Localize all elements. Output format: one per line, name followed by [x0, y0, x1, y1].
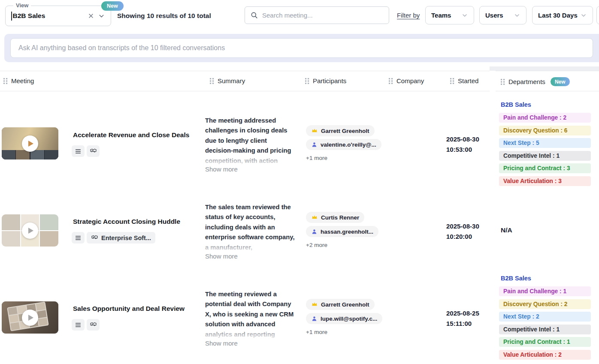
- text-caret: [11, 12, 12, 21]
- department-tag[interactable]: Competitive Intel : 1: [499, 325, 591, 334]
- ask-ai-bar: [4, 34, 599, 62]
- header-bottom-border: [0, 91, 490, 91]
- view-selector-value: B2B Sales: [13, 12, 86, 20]
- clear-view-icon[interactable]: [86, 11, 96, 21]
- participant-name: Garrett Greenholt: [321, 301, 369, 308]
- show-more-link[interactable]: Show more: [205, 340, 238, 347]
- search-input[interactable]: [262, 12, 384, 19]
- notes-button[interactable]: [72, 319, 85, 331]
- teams-dropdown-label: Teams: [431, 12, 451, 19]
- play-icon: [22, 310, 38, 326]
- drag-handle-icon[interactable]: [210, 78, 214, 84]
- show-more-link[interactable]: Show more: [205, 253, 238, 260]
- participant-name: Curtis Renner: [321, 214, 359, 221]
- started-datetime: 2025-08-30 10:20:00: [446, 221, 479, 242]
- view-chevron-down-icon[interactable]: [96, 11, 106, 21]
- meeting-thumbnail[interactable]: [2, 127, 58, 159]
- participant-chip[interactable]: Garrett Greenholt: [306, 125, 375, 136]
- crown-icon: [311, 214, 318, 221]
- view-selector-label: View: [13, 2, 31, 9]
- meeting-title[interactable]: Sales Opportunity and Deal Review: [73, 305, 185, 313]
- date-range-dropdown-label: Last 30 Days: [538, 12, 578, 19]
- hamburger-icon: [75, 322, 82, 328]
- chevron-down-icon: [461, 12, 468, 19]
- department-tag[interactable]: Value Articulation : 2: [499, 350, 591, 360]
- search-icon: [250, 11, 258, 19]
- started-date: 2025-08-30: [446, 221, 479, 232]
- department-group-link[interactable]: B2B Sales: [501, 275, 531, 282]
- person-icon: [311, 316, 318, 322]
- departments-header-bottom-border: [496, 91, 599, 91]
- more-participants-link[interactable]: +1 more: [306, 155, 327, 161]
- show-more-link[interactable]: Show more: [205, 165, 238, 173]
- notes-button[interactable]: [72, 145, 85, 157]
- teams-dropdown[interactable]: Teams: [425, 6, 474, 24]
- department-tag[interactable]: Value Articulation : 3: [499, 176, 591, 186]
- departments-new-badge: New: [551, 77, 570, 86]
- department-tag[interactable]: Discovery Question : 2: [499, 299, 591, 309]
- deal-button[interactable]: [87, 145, 100, 157]
- department-tag[interactable]: Pricing and Contract : 3: [499, 163, 591, 173]
- departments-empty-value: N/A: [501, 226, 512, 234]
- column-header-label: Summary: [218, 77, 245, 84]
- department-tag[interactable]: Pain and Challenge : 2: [499, 113, 591, 123]
- meeting-title[interactable]: Strategic Account Closing Huddle: [73, 218, 180, 226]
- participant-chip[interactable]: Garrett Greenholt: [306, 299, 375, 310]
- department-tag[interactable]: Next Step : 2: [499, 312, 591, 322]
- users-dropdown-label: Users: [485, 12, 503, 19]
- person-icon: [311, 229, 318, 235]
- ask-ai-input[interactable]: [10, 38, 593, 58]
- date-range-dropdown[interactable]: Last 30 Days: [532, 6, 593, 24]
- column-header-started[interactable]: Started: [450, 77, 478, 84]
- drag-handle-icon[interactable]: [450, 78, 454, 84]
- more-participants-link[interactable]: +2 more: [306, 242, 327, 248]
- more-participants-link[interactable]: +1 more: [306, 329, 327, 335]
- department-group-link[interactable]: B2B Sales: [501, 101, 531, 108]
- column-header-meeting[interactable]: Meeting: [3, 77, 34, 84]
- started-time: 15:11:00: [446, 319, 479, 329]
- column-header-participants[interactable]: Participants: [305, 77, 346, 84]
- company-chip[interactable]: Enterprise Soft...: [87, 232, 155, 244]
- started-time: 10:53:00: [446, 144, 479, 155]
- column-header-label: Started: [458, 77, 478, 84]
- crown-icon: [311, 127, 318, 134]
- department-tag[interactable]: Discovery Question : 6: [499, 126, 591, 135]
- users-dropdown[interactable]: Users: [479, 6, 526, 24]
- column-header-summary[interactable]: Summary: [210, 77, 245, 84]
- department-tag[interactable]: Pricing and Contract : 1: [499, 337, 591, 347]
- view-selector[interactable]: View B2B Sales: [5, 6, 111, 26]
- column-header-label: Departments: [508, 78, 545, 85]
- drag-handle-icon[interactable]: [3, 78, 8, 84]
- participant-name: Garrett Greenholt: [321, 128, 369, 134]
- meeting-title[interactable]: Accelerate Revenue and Close Deals: [73, 131, 189, 139]
- started-datetime: 2025-08-25 15:11:00: [446, 308, 479, 329]
- participant-chip[interactable]: valentine.o'reilly@...: [306, 139, 381, 150]
- view-new-badge: New: [101, 1, 124, 11]
- department-tag[interactable]: Next Step : 5: [499, 138, 591, 148]
- crown-icon: [311, 301, 318, 308]
- deal-button[interactable]: [87, 319, 100, 331]
- panel-gap: [490, 66, 599, 71]
- department-tags: Pain and Challenge : 2 Discovery Questio…: [499, 113, 591, 189]
- participant-chip[interactable]: Curtis Renner: [306, 212, 364, 223]
- meeting-thumbnail[interactable]: [2, 301, 58, 334]
- meeting-search[interactable]: [245, 6, 389, 24]
- notes-button[interactable]: [72, 232, 85, 244]
- participant-name: hassan.greenholt...: [321, 229, 373, 235]
- department-tag[interactable]: Competitive Intel : 1: [499, 151, 591, 161]
- drag-handle-icon[interactable]: [305, 78, 309, 84]
- meeting-thumbnail[interactable]: [2, 214, 58, 247]
- column-header-company[interactable]: Company: [389, 77, 424, 84]
- company-chip-label: Enterprise Soft...: [101, 235, 151, 241]
- participant-chip[interactable]: lupe.will@spotify.c...: [306, 313, 382, 324]
- clipped-dropdown-button[interactable]: [596, 6, 599, 24]
- department-tag[interactable]: Pain and Challenge : 1: [499, 286, 591, 296]
- started-date: 2025-08-30: [446, 134, 479, 144]
- play-icon: [22, 135, 38, 152]
- drag-handle-icon[interactable]: [501, 79, 505, 85]
- column-header-departments[interactable]: Departments New: [501, 77, 570, 86]
- drag-handle-icon[interactable]: [389, 78, 393, 84]
- participant-chip[interactable]: hassan.greenholt...: [306, 226, 378, 237]
- column-header-label: Company: [396, 77, 424, 84]
- filter-by-link[interactable]: Filter by: [397, 12, 420, 19]
